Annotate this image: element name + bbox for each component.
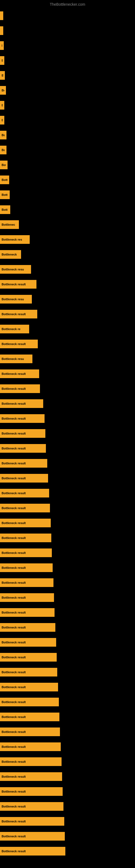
bar-item: Bottleneck result [0, 399, 43, 408]
bar-label: Bottleneck result [2, 283, 26, 286]
bar-label: Bottleneck resu [2, 268, 24, 271]
bar-row: Bottleneck result [0, 754, 135, 769]
bar-item [0, 26, 3, 35]
bar-item: Bottleneck result [0, 533, 51, 542]
bar-label: B [2, 74, 3, 77]
bar-label: Bottleneck result [2, 820, 26, 823]
bar-row: Bottleneck result [0, 829, 135, 844]
bar-row: Bottleneck result [0, 605, 135, 620]
bar-item: B [0, 116, 4, 124]
bar-label: Bo [2, 133, 5, 137]
bar-row: Bottleneck result [0, 381, 135, 396]
bar-label: Bo [2, 148, 5, 152]
bar-item: Bottleneck result [0, 698, 59, 706]
bar-item: Bottlenec [0, 220, 19, 229]
bar-item: Bottleneck result [0, 772, 62, 781]
bar-row: Bottleneck result [0, 575, 135, 590]
bar-item: Bottleneck result [0, 489, 49, 497]
bar-item: Bottleneck result [0, 444, 46, 453]
bar-row: Bottleneck result [0, 516, 135, 530]
bar-label: Bottleneck result [2, 745, 26, 748]
bar-row: Bo [0, 127, 135, 143]
bar-item: Bottleneck re [0, 325, 29, 333]
bar-item: B [0, 71, 5, 80]
bar-row: Bottleneck result [0, 814, 135, 829]
bar-item: Bottleneck result [0, 384, 40, 393]
bar-label: Bottleneck result [2, 506, 26, 510]
bar-item: Bottleneck [0, 250, 21, 259]
bar-label: Bottleneck result [2, 790, 26, 793]
bar-item: Bottleneck result [0, 817, 64, 826]
bar-item: Bottleneck result [0, 340, 38, 348]
bar-label: Bottleneck result [2, 805, 26, 808]
bar-label: Bottleneck re [2, 328, 20, 331]
bar-item: Bott [0, 176, 9, 184]
bar-label: Bottleneck result [2, 417, 26, 420]
bar-item: Bottleneck result [0, 713, 59, 721]
bar-item: Bottleneck result [0, 802, 63, 811]
bar-row: Bottleneck result [0, 530, 135, 545]
bar-item: Bottleneck result [0, 727, 60, 736]
bar-row: Bottleneck resu [0, 351, 135, 366]
bar-row: Bottleneck result [0, 784, 135, 799]
bar-label: Bott [2, 193, 8, 196]
bar-label: Bottleneck result [2, 715, 26, 718]
bar-row: Bottleneck result [0, 769, 135, 784]
bar-item: Bottleneck result [0, 459, 47, 468]
bar-item: Bottleneck resu [0, 295, 32, 304]
bar-label: Bottleneck result [2, 432, 26, 435]
bar-label: Bottleneck result [2, 701, 26, 704]
bar-label: Bottleneck result [2, 685, 26, 689]
bar-item: Bottleneck result [0, 504, 50, 513]
bar-row: Bottleneck result [0, 307, 135, 321]
bar-label: Bottleneck result [2, 536, 26, 539]
bar-label: Bottleneck result [2, 626, 26, 629]
bar-row: Bottleneck [0, 247, 135, 262]
bar-item: Bottleneck result [0, 414, 45, 423]
bar-label: Bottleneck result [2, 641, 26, 644]
bar-label: Bott [2, 178, 8, 182]
bar-row: Bo [0, 143, 135, 157]
bar-item: B [0, 56, 4, 65]
bar-label: Bottleneck result [2, 372, 26, 375]
bar-label: Bottleneck result [2, 387, 26, 390]
bar-row: Bottleneck result [0, 471, 135, 486]
bar-row: Bottleneck result [0, 411, 135, 426]
bar-row: Bottleneck result [0, 709, 135, 724]
bar-item: Bo [0, 146, 6, 154]
bar-item: Bott [0, 190, 10, 199]
bar-label: Bottleneck result [2, 656, 26, 659]
bar-label: Bottleneck resu [2, 298, 24, 301]
bar-item [0, 11, 3, 20]
bar-row: Bottleneck result [0, 664, 135, 680]
bar-row: Bottleneck result [0, 844, 135, 859]
bar-row: Bott [0, 172, 135, 187]
bar-item: Bottleneck result [0, 563, 53, 572]
bar-item: Bottleneck result [0, 549, 52, 557]
bar-label: B [2, 44, 2, 47]
bar-row: Bottleneck result [0, 441, 135, 456]
bar-label: B [2, 59, 3, 62]
bar-label: Bottleneck result [2, 402, 26, 405]
bar-row: Bottleneck result [0, 500, 135, 516]
bar-label: Bottleneck result [2, 671, 26, 674]
bar-item: B [0, 101, 4, 110]
bar-row [0, 8, 135, 23]
bar-item: Bottleneck result [0, 593, 54, 602]
bar-label: Bottleneck result [2, 551, 26, 554]
bar-item: Bottleneck result [0, 653, 57, 661]
bar-label: Bott [2, 208, 8, 211]
bar-label: Bottleneck result [2, 835, 26, 838]
bar-item: Bottleneck result [0, 608, 54, 617]
bar-item: Bottleneck result [0, 757, 61, 766]
bar-label: Bo [2, 89, 4, 92]
bar-label: Bottleneck result [2, 521, 26, 525]
bar-row: B [0, 38, 135, 53]
bar-item: Bottleneck result [0, 310, 37, 318]
bar-row: Bottleneck result [0, 635, 135, 650]
bar-row: Bottleneck result [0, 560, 135, 575]
bar-row: Bottleneck result [0, 650, 135, 664]
bar-item: Bottleneck resu [0, 354, 32, 363]
bar-row: Bottleneck result [0, 545, 135, 560]
bar-row: Bottleneck result [0, 486, 135, 500]
